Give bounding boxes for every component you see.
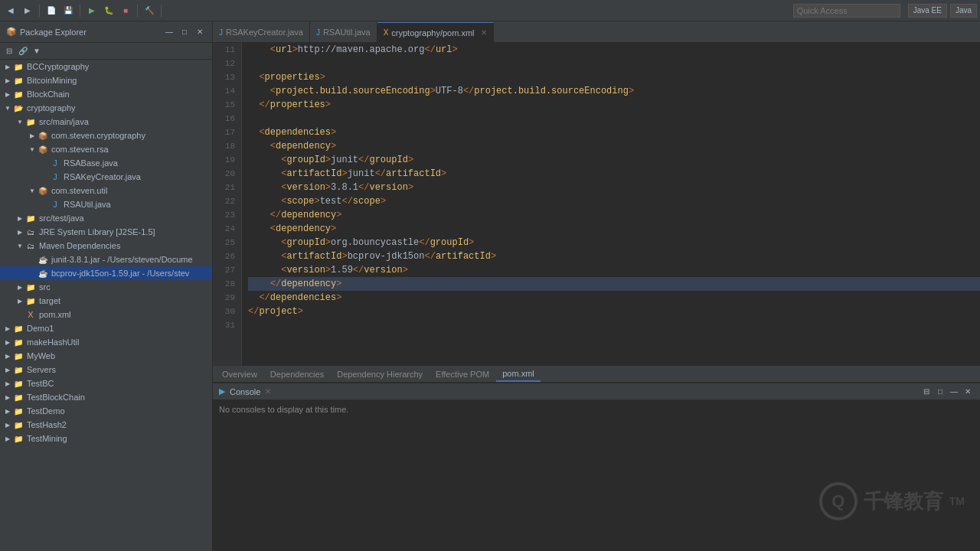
editor-area: J RSAKeyCreator.java J RSAUtil.java X cr… [213, 21, 980, 551]
tab-rsakeycreator[interactable]: J RSAKeyCreator.java [213, 22, 310, 42]
library-icon: 🗂 [24, 226, 37, 238]
console-close-button[interactable]: ✕ [265, 387, 271, 396]
console-btn-3[interactable]: — [948, 386, 960, 398]
project-icon: 📁 [12, 419, 24, 431]
code-line-14: <project.build.sourceEncoding>UTF-8</pro… [248, 84, 980, 98]
expand-arrow: ▶ [15, 229, 24, 236]
tree-item-src[interactable]: ▶ 📁 src [0, 280, 212, 294]
project-icon: 📁 [12, 364, 24, 376]
expand-arrow: ▶ [3, 353, 12, 360]
sidebar-tree[interactable]: ▶ 📁 BCCryptography ▶ 📁 BitcoinMining ▶ 📁… [0, 60, 212, 551]
tree-label: Demo1 [27, 324, 54, 333]
link-editor-button[interactable]: 🔗 [17, 45, 29, 57]
project-icon: 📁 [12, 322, 24, 334]
tree-item-rsautil[interactable]: ▶ J RSAUtil.java [0, 197, 212, 211]
line-num-20: 20 [213, 167, 241, 181]
code-line-30: </project> [248, 305, 980, 318]
sidebar-package-icon: 📦 [6, 27, 17, 37]
tree-item-bitcoinmining[interactable]: ▶ 📁 BitcoinMining [0, 73, 212, 87]
tree-item-bcprov-jar[interactable]: ▶ ☕ bcprov-jdk15on-1.59.jar - /Users/ste… [0, 266, 212, 280]
tree-label: JRE System Library [J2SE-1.5] [39, 227, 155, 236]
folder-icon: 📁 [24, 295, 37, 307]
tree-item-src-main-java[interactable]: ▼ 📁 src/main/java [0, 115, 212, 129]
tree-item-testbc[interactable]: ▶ 📁 TestBC [0, 377, 212, 390]
tree-label: target [39, 296, 60, 305]
build-button[interactable]: 🔨 [142, 3, 157, 18]
expand-arrow: ▶ [3, 380, 12, 387]
forward-button[interactable]: ▶ [20, 3, 35, 18]
tree-label: MyWeb [27, 351, 55, 360]
pom-tab-dependency-hierarchy[interactable]: Dependency Hierarchy [331, 367, 429, 382]
tree-item-junit-jar[interactable]: ▶ ☕ junit-3.8.1.jar - /Users/steven/Docu… [0, 253, 212, 266]
folder-icon: 📁 [24, 281, 37, 293]
run-button[interactable]: ▶ [84, 3, 100, 18]
expand-arrow: ▶ [3, 91, 12, 98]
pom-tab-effective-pom[interactable]: Effective POM [430, 367, 495, 382]
tab-cryptography-pom[interactable]: X cryptography/pom.xml ✕ [377, 22, 494, 42]
tree-item-com-steven-rsa[interactable]: ▼ 📦 com.steven.rsa [0, 142, 212, 156]
pom-tab-dependencies[interactable]: Dependencies [264, 367, 330, 382]
tree-item-cryptography[interactable]: ▼ 📂 cryptography [0, 101, 212, 115]
console-btn-4[interactable]: ✕ [962, 386, 974, 398]
tree-item-src-test-java[interactable]: ▶ 📁 src/test/java [0, 211, 212, 225]
code-content[interactable]: <url>http://maven.apache.org</url> <prop… [242, 43, 980, 366]
tree-label: BitcoinMining [27, 76, 77, 85]
sidebar-maximize-button[interactable]: □ [178, 26, 191, 38]
code-line-24: <dependency> [248, 222, 980, 236]
code-editor[interactable]: 11 12 13 14 15 16 17 18 19 20 21 22 23 2… [213, 43, 980, 366]
debug-button[interactable]: 🐛 [101, 3, 116, 18]
sidebar-menu-button[interactable]: ▼ [31, 45, 43, 57]
quick-access-input[interactable] [793, 4, 900, 18]
pom-tab-effectivepom-label: Effective POM [436, 370, 489, 379]
tree-item-testblockchain[interactable]: ▶ 📁 TestBlockChain [0, 390, 212, 404]
line-num-16: 16 [213, 112, 241, 126]
tree-item-target[interactable]: ▶ 📁 target [0, 294, 212, 308]
tree-item-jre-system[interactable]: ▶ 🗂 JRE System Library [J2SE-1.5] [0, 225, 212, 239]
toolbar-sep-2 [80, 5, 80, 17]
tree-item-myweb[interactable]: ▶ 📁 MyWeb [0, 349, 212, 363]
java-ee-perspective[interactable]: Java EE [908, 4, 947, 18]
tree-item-com-steven-util[interactable]: ▼ 📦 com.steven.util [0, 184, 212, 197]
pom-tab-pom-xml[interactable]: pom.xml [496, 367, 541, 382]
tree-item-servers[interactable]: ▶ 📁 Servers [0, 363, 212, 377]
tree-item-rsakeycreator[interactable]: ▶ J RSAKeyCreator.java [0, 170, 212, 184]
back-button[interactable]: ◀ [3, 3, 18, 18]
expand-arrow: ▶ [28, 132, 37, 139]
tree-item-com-steven-crypto[interactable]: ▶ 📦 com.steven.cryptography [0, 129, 212, 142]
code-line-16 [248, 112, 980, 126]
tree-item-testmining[interactable]: ▶ 📁 TestMining [0, 432, 212, 445]
code-line-31 [248, 318, 980, 332]
collapse-all-button[interactable]: ⊟ [3, 45, 15, 57]
expand-arrow: ▶ [3, 339, 12, 346]
tab-close-button[interactable]: ✕ [481, 28, 487, 37]
sidebar-close-button[interactable]: ✕ [194, 26, 206, 38]
project-icon: 📁 [12, 60, 24, 73]
pom-tab-dependencies-label: Dependencies [270, 370, 324, 379]
console-body: No consoles to display at this time. [213, 400, 980, 551]
srcfolder-icon: 📁 [24, 116, 37, 128]
line-num-18: 18 [213, 139, 241, 153]
java-perspective[interactable]: Java [950, 4, 977, 18]
stop-button[interactable]: ■ [118, 3, 133, 18]
code-line-20: <artifactId>junit</artifactId> [248, 167, 980, 181]
tree-item-maven-deps[interactable]: ▼ 🗂 Maven Dependencies [0, 239, 212, 253]
new-button[interactable]: 📄 [44, 3, 59, 18]
console-btn-1[interactable]: ⊟ [920, 386, 933, 398]
tree-item-testhash2[interactable]: ▶ 📁 TestHash2 [0, 418, 212, 432]
save-button[interactable]: 💾 [60, 3, 76, 18]
tree-item-blockchain[interactable]: ▶ 📁 BlockChain [0, 87, 212, 101]
tab-rsautil[interactable]: J RSAUtil.java [310, 22, 377, 42]
sidebar-minimize-button[interactable]: — [163, 26, 175, 38]
code-line-23: </dependency> [248, 208, 980, 222]
console-btn-2[interactable]: □ [934, 386, 946, 398]
tree-item-rsabase[interactable]: ▶ J RSABase.java [0, 156, 212, 170]
project-icon: 📁 [12, 391, 24, 403]
tree-item-makehashutil[interactable]: ▶ 📁 makeHashUtil [0, 335, 212, 349]
expand-arrow: ▼ [28, 146, 37, 153]
tree-item-bccryptography[interactable]: ▶ 📁 BCCryptography [0, 60, 212, 73]
tree-item-pom-xml[interactable]: ▶ X pom.xml [0, 308, 212, 321]
pom-tab-overview[interactable]: Overview [216, 367, 263, 382]
tree-label: src [39, 282, 51, 292]
tree-item-demo1[interactable]: ▶ 📁 Demo1 [0, 321, 212, 335]
tree-item-testdemo[interactable]: ▶ 📁 TestDemo [0, 404, 212, 418]
